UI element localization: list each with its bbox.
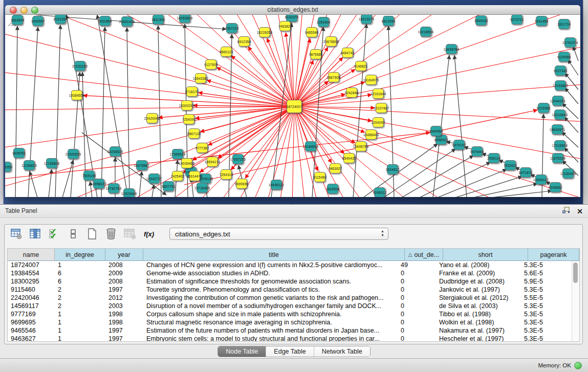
tab-edge-table[interactable]: Edge Table	[266, 346, 314, 357]
network-node[interactable]: 12942737	[148, 173, 160, 184]
network-node[interactable]: 12161644	[373, 89, 384, 99]
network-node[interactable]: 10958107	[93, 179, 104, 189]
tab-network-table[interactable]: Network Table	[314, 346, 370, 357]
network-node[interactable]: 9474444	[471, 146, 483, 157]
network-node[interactable]: 3915950	[5, 162, 11, 172]
network-node[interactable]: 21500535	[68, 149, 79, 159]
column-header-short[interactable]: short	[443, 249, 528, 261]
network-node[interactable]: 9463627	[330, 163, 341, 173]
column-header-year[interactable]: year	[105, 249, 143, 261]
network-node[interactable]: 9273712	[511, 15, 522, 25]
network-node[interactable]: 18226058	[259, 27, 270, 37]
network-node[interactable]: 16486443	[365, 129, 377, 140]
scrollbar-thumb[interactable]	[573, 262, 578, 283]
network-node[interactable]: 10107487	[376, 103, 387, 113]
network-node[interactable]: 8958923	[435, 135, 447, 145]
network-node[interactable]: 22420046	[146, 113, 158, 123]
network-node[interactable]: 17359924	[172, 149, 183, 159]
network-node[interactable]: 20151155	[74, 61, 85, 71]
network-node[interactable]: 9031854	[99, 16, 111, 26]
network-node[interactable]: 9660123	[221, 47, 232, 57]
network-node[interactable]: 1254304	[318, 17, 329, 27]
network-node[interactable]: 16975887	[136, 160, 147, 170]
table-row[interactable]: 2242004622012Investigating the contribut…	[8, 294, 572, 302]
network-node[interactable]: 7932621	[505, 160, 516, 170]
network-node[interactable]: 9115460	[314, 172, 325, 182]
table-row[interactable]: 1456911722003Disruption of a novel membe…	[8, 302, 572, 310]
delete-column-icon[interactable]	[104, 227, 118, 240]
network-node[interactable]: 1524812	[387, 164, 398, 174]
network-node[interactable]: 7425402	[172, 171, 183, 181]
show-columns-icon[interactable]	[29, 227, 42, 240]
network-node[interactable]: 9657791	[163, 181, 174, 191]
network-node[interactable]: 11156803	[24, 160, 35, 170]
network-node[interactable]: 20206535	[110, 146, 121, 157]
network-node[interactable]: 8912354	[238, 36, 250, 47]
hub-network-node[interactable]: 18724007	[287, 100, 302, 113]
network-node[interactable]: 7463822	[279, 21, 291, 31]
table-row[interactable]: 1872400712008Changes of HCN gene express…	[8, 261, 572, 269]
network-node[interactable]: 8813054	[383, 16, 394, 26]
network-node[interactable]: 7254097	[183, 114, 194, 124]
network-node[interactable]: 8454743	[342, 48, 353, 58]
table-settings-icon[interactable]	[10, 227, 23, 240]
network-node[interactable]: 16594174	[207, 157, 218, 167]
network-node[interactable]: 9146821	[355, 61, 366, 71]
network-node[interactable]: 16545122	[271, 180, 282, 190]
network-node[interactable]: 11675339	[552, 153, 563, 163]
network-node[interactable]: 9127505	[205, 59, 216, 70]
network-node[interactable]: 9245012	[374, 187, 385, 197]
network-node[interactable]: 15716485	[197, 183, 208, 193]
network-node[interactable]: 9465546	[306, 27, 317, 37]
network-node[interactable]: 7254314	[221, 169, 232, 180]
network-node[interactable]: 9242848	[346, 87, 357, 98]
network-canvas[interactable]: 1663804149355781310542015115590318542069…	[5, 15, 580, 197]
network-node[interactable]: 9227343	[555, 65, 566, 76]
network-node[interactable]: 15751074	[564, 37, 576, 48]
network-node[interactable]: 1811724	[558, 19, 570, 29]
table-row[interactable]: 946362711997Embryonic stem cells: a mode…	[8, 335, 572, 341]
network-node[interactable]: 16210643	[554, 110, 565, 120]
network-node[interactable]: 16914479	[189, 171, 200, 181]
network-node[interactable]: 12923448	[123, 188, 135, 197]
network-node[interactable]: 9777387	[197, 143, 208, 153]
function-builder-icon[interactable]: f(x)	[142, 227, 156, 240]
new-column-icon[interactable]	[85, 227, 99, 240]
network-node[interactable]: 12093887	[555, 80, 566, 91]
network-node[interactable]: 16648784	[446, 44, 457, 54]
table-row[interactable]: 1830029562008Estimation of significance …	[8, 277, 572, 286]
network-node[interactable]: 6479197	[453, 140, 465, 150]
column-header-name[interactable]: name	[8, 249, 55, 261]
network-node[interactable]: 14039468	[181, 158, 192, 168]
column-header-in_degree[interactable]: in_degree	[55, 249, 105, 261]
network-node[interactable]: 7505145	[83, 170, 95, 181]
network-node[interactable]: 9245652	[550, 182, 561, 192]
network-node[interactable]: 8549432	[343, 153, 355, 163]
row-height-icon[interactable]	[67, 227, 80, 240]
network-node[interactable]: 19384554	[71, 90, 82, 100]
network-node[interactable]: 1811304	[153, 15, 164, 25]
column-header-out_de[interactable]: △out_de...	[405, 249, 443, 261]
network-node[interactable]: 1549433	[475, 15, 487, 26]
table-row[interactable]: 1938455462009Genome-wide association stu…	[8, 269, 572, 277]
network-node[interactable]: 2204097	[373, 117, 384, 127]
network-node[interactable]: 1691454	[536, 16, 547, 26]
column-header-title[interactable]: title	[143, 249, 405, 261]
network-node[interactable]: 1493557	[32, 16, 43, 26]
network-node[interactable]: 15692971	[552, 124, 563, 135]
vertical-scrollbar[interactable]	[572, 261, 579, 341]
network-node[interactable]: 19218506	[420, 27, 431, 37]
close-panel-icon[interactable]: ✕	[577, 208, 583, 215]
select-rows-icon[interactable]	[48, 227, 61, 240]
network-node[interactable]: 2935114	[488, 153, 499, 163]
column-header-pagerank[interactable]: pagerank	[528, 249, 579, 261]
table-row[interactable]: 969969511998Structural magnetic resonanc…	[8, 318, 572, 326]
network-node[interactable]: 15495759	[355, 141, 366, 151]
table-row[interactable]: 911546021997Tourette syndrome. Phenomeno…	[8, 286, 572, 294]
network-node[interactable]: 12444151	[552, 96, 563, 106]
network-node[interactable]: 2867608	[328, 72, 339, 82]
network-node[interactable]: 1663804	[12, 15, 23, 25]
network-node[interactable]: 16543382	[195, 73, 206, 83]
network-node[interactable]: 2718170	[186, 86, 198, 97]
float-panel-icon[interactable]	[562, 207, 570, 216]
